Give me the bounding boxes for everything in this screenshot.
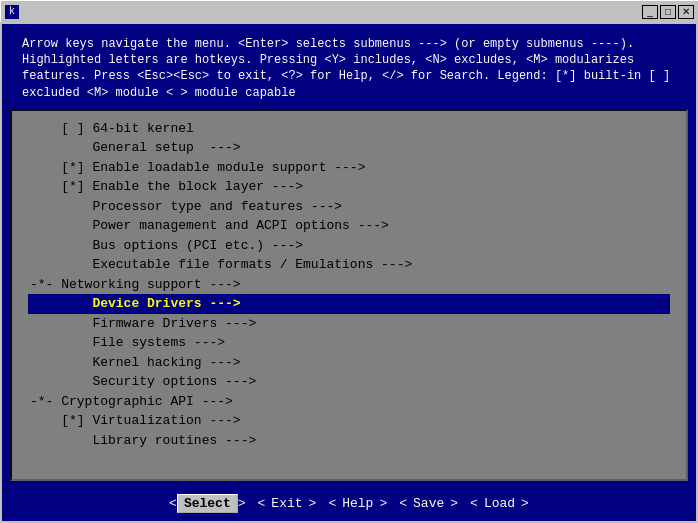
content-area: [ ] 64-bit kernel General setup ---> [*]… [10,109,688,481]
item-8[interactable]: Executable file formats / Emulations ---… [28,255,670,275]
btn-select-button[interactable]: Select [177,494,238,513]
item-6[interactable]: Power management and ACPI options ---> [28,216,670,236]
outer-window: Arrow keys navigate the menu. <Enter> se… [0,22,698,523]
titlebar-buttons: _ □ ✕ [642,5,694,19]
maximize-button[interactable]: □ [660,5,676,19]
btn-exit-wrapper: < Exit > [258,495,317,512]
item-4[interactable]: [*] Enable the block layer ---> [28,177,670,197]
bottom-bar: < Select >< Exit >< Help >< Save >< Load… [2,485,696,521]
btn-help-button[interactable]: Help [336,495,379,512]
header-description: Arrow keys navigate the menu. <Enter> se… [22,36,676,101]
btn-save-wrapper: < Save > [399,495,458,512]
header-box: Arrow keys navigate the menu. <Enter> se… [2,28,696,105]
btn-select-left-bracket: < [169,496,177,511]
btn-save-left-bracket: < [399,496,407,511]
btn-load-right-bracket: > [521,496,529,511]
item-17[interactable]: Library routines ---> [28,431,670,451]
item-13[interactable]: Kernel hacking ---> [28,353,670,373]
btn-help-right-bracket: > [379,496,387,511]
btn-help-wrapper: < Help > [328,495,387,512]
btn-select-wrapper: < Select > [169,494,245,513]
btn-exit-button[interactable]: Exit [265,495,308,512]
btn-load-left-bracket: < [470,496,478,511]
item-12[interactable]: File systems ---> [28,333,670,353]
btn-save-button[interactable]: Save [407,495,450,512]
item-11[interactable]: Firmware Drivers ---> [28,314,670,334]
close-button[interactable]: ✕ [678,5,694,19]
item-10[interactable]: Device Drivers ---> [28,294,670,314]
item-3[interactable]: [*] Enable loadable module support ---> [28,158,670,178]
titlebar-icon: k [5,5,19,19]
btn-load-wrapper: < Load > [470,495,529,512]
btn-save-right-bracket: > [450,496,458,511]
btn-exit-right-bracket: > [309,496,317,511]
titlebar-left: k [5,5,23,19]
btn-help-left-bracket: < [328,496,336,511]
item-9[interactable]: -*- Networking support ---> [28,275,670,295]
item-16[interactable]: [*] Virtualization ---> [28,411,670,431]
item-5[interactable]: Processor type and features ---> [28,197,670,217]
item-2[interactable]: General setup ---> [28,138,670,158]
titlebar: k _ □ ✕ [0,0,698,22]
item-7[interactable]: Bus options (PCI etc.) ---> [28,236,670,256]
btn-load-button[interactable]: Load [478,495,521,512]
btn-select-right-bracket: > [238,496,246,511]
btn-exit-left-bracket: < [258,496,266,511]
item-15[interactable]: -*- Cryptographic API ---> [28,392,670,412]
minimize-button[interactable]: _ [642,5,658,19]
item-14[interactable]: Security options ---> [28,372,670,392]
item-1[interactable]: [ ] 64-bit kernel [28,119,670,139]
